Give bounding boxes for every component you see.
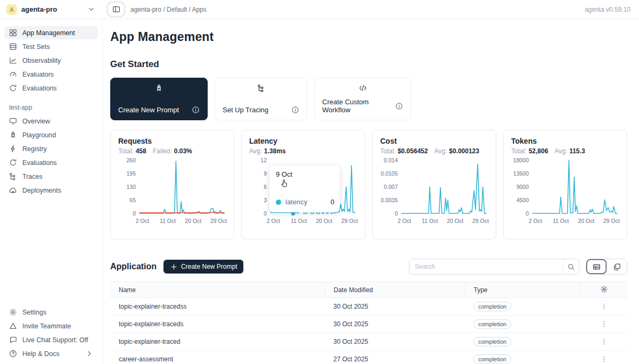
search-icon[interactable] [563,259,579,274]
table-row[interactable]: career-assessment27 Oct 2025completion⋮ [110,351,627,364]
grid-icon [9,29,17,37]
triangle-icon [9,322,17,330]
svg-text:0.0035: 0.0035 [381,197,398,203]
sidebar-item-deployments[interactable]: Deployments [4,184,98,197]
create-new-prompt-button[interactable]: Create New Prompt [163,260,243,274]
list-icon [9,43,17,51]
svg-text:29 Oct: 29 Oct [472,218,489,224]
sidebar: App ManagementTest SetsObservabilityEval… [0,19,103,364]
sidebar-item-evaluators[interactable]: Evaluators [4,68,98,81]
chart-card-requests: RequestsTotal:458Failed:0.03%26019513065… [110,130,234,239]
search-input[interactable] [409,259,563,274]
info-icon[interactable] [291,106,299,114]
apps-table-wrap: NameDate ModifiedType topic-explainer-tr… [110,282,627,364]
tooltip-row: latency0 [276,198,334,206]
svg-text:29 Oct: 29 Oct [341,218,358,224]
sidebar-item-registry[interactable]: Registry [4,142,98,155]
tooltip-date: 9 Oct [276,170,333,178]
table-row[interactable]: topic-explainer-tracedss30 Oct 2025compl… [110,298,627,316]
stat-value: 1.38ms [264,147,286,155]
table-settings-gear-icon[interactable] [600,285,608,293]
stat-value: $0.000123 [449,147,479,155]
panel-left-icon [112,5,120,13]
row-menu-kebab-icon[interactable]: ⋮ [598,336,610,348]
button-label: Create New Prompt [181,263,237,270]
svg-text:0.0105: 0.0105 [381,170,398,177]
chart-title: Requests [118,137,226,145]
card-view-button[interactable] [607,259,627,274]
column-header-date-modified: Date Modified [325,282,465,298]
sidebar-item-evaluations[interactable]: Evaluations [4,81,98,95]
type-badge: completion [473,302,511,311]
create-new-prompt-card[interactable]: Create New Prompt [110,78,208,120]
svg-text:4500: 4500 [517,197,529,203]
svg-text:2 Oct: 2 Oct [136,218,149,224]
chart-stats: Avg:1.38ms [249,147,357,155]
info-icon[interactable] [395,102,403,110]
svg-text:65: 65 [129,197,136,203]
type-cell: completion [465,351,580,364]
svg-text:11 Oct: 11 Oct [553,218,569,224]
app-name-cell: topic-explainer-traceds [110,316,325,333]
sidebar-item-label: Evaluations [22,85,57,92]
main-content: App Management Get Started Create New Pr… [103,19,639,364]
stat-label: Total: [380,147,396,155]
stat-value: 0.03% [174,147,192,155]
table-row[interactable]: topic-explainer-traceds30 Oct 2025comple… [110,316,627,333]
table-view-button[interactable] [586,259,607,274]
row-menu-kebab-icon[interactable]: ⋮ [598,301,610,312]
svg-text:2 Oct: 2 Oct [398,218,411,224]
sidebar-item-label: Settings [22,309,46,316]
table-row[interactable]: topic-explainer-traced30 Oct 2025complet… [110,333,627,351]
table-header-row: NameDate ModifiedType [110,282,627,298]
type-badge: completion [473,337,511,346]
sidebar-toggle-button[interactable] [108,3,124,16]
app-name-cell: career-assessment [110,351,325,364]
chart-title: Latency [249,137,357,145]
refresh-icon [9,159,17,167]
svg-text:2 Oct: 2 Oct [267,218,280,224]
set-up-tracing-card[interactable]: Set Up Tracing [215,78,307,120]
body-layout: App ManagementTest SetsObservabilityEval… [0,19,639,364]
sidebar-item-observability[interactable]: Observability [4,54,98,67]
sidebar-item-settings[interactable]: Settings [4,305,98,319]
chart-title: Tokens [511,137,619,145]
sidebar-item-overview[interactable]: Overview [4,114,98,128]
svg-text:2 Oct: 2 Oct [529,218,542,224]
stat-value: $0.056452 [398,147,428,155]
sidebar-item-label: Help & Docs [22,350,59,358]
sidebar-item-playground[interactable]: Playground [4,128,98,142]
sidebar-item-invite-teammate[interactable]: Invite Teammate [4,319,98,333]
sidebar-item-evaluations[interactable]: Evaluations [4,156,98,169]
info-icon[interactable] [192,106,200,114]
application-title: Application [110,262,157,271]
app-version: agenta v0.59.10 [585,6,639,13]
sidebar-item-traces[interactable]: Traces [4,170,98,183]
sidebar-item-app-management[interactable]: App Management [4,26,98,39]
card-label: Create Custom Workflow [322,98,390,114]
svg-text:3: 3 [264,197,267,203]
column-header-type: Type [465,282,580,298]
cards-view-icon [613,263,621,271]
sidebar-item-label: Test Sets [22,43,50,51]
sidebar-item-live-chat-support-off[interactable]: Live Chat Support: Off [4,333,98,346]
create-custom-workflow-card[interactable]: Create Custom Workflow [314,78,411,120]
svg-text:260: 260 [126,157,136,163]
svg-text:9000: 9000 [517,184,529,190]
sidebar-item-label: Evaluations [22,159,57,167]
workspace-selector[interactable]: A agenta-pro [0,4,103,15]
search-box [409,259,579,275]
svg-text:130: 130 [126,184,136,190]
svg-text:9: 9 [264,170,267,177]
svg-text:6: 6 [264,184,267,190]
stat-label: Avg: [434,147,447,155]
top-bar: A agenta-pro agenta-pro / Default / Apps… [0,0,639,19]
row-menu-kebab-icon[interactable]: ⋮ [598,318,610,330]
sidebar-item-label: Registry [22,145,47,153]
sidebar-item-test-sets[interactable]: Test Sets [4,40,98,53]
sidebar-item-help-docs[interactable]: Help & Docs [4,347,98,360]
gear-icon [9,308,17,316]
app-name-cell: topic-explainer-tracedss [110,298,325,316]
svg-text:11 Oct: 11 Oct [422,218,438,224]
row-menu-kebab-icon[interactable]: ⋮ [598,353,610,364]
